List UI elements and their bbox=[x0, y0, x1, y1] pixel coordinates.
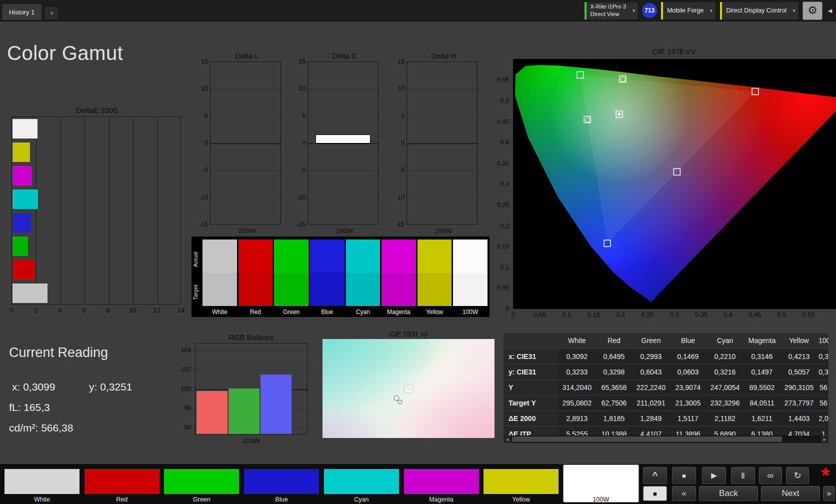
delta-c-ylabels: 151050-5-10-15 bbox=[292, 62, 308, 224]
pattern-label: 100W bbox=[564, 496, 638, 503]
table-row: Target Y295,080262,7506211,029121,300523… bbox=[504, 395, 828, 410]
back-button[interactable]: Back bbox=[699, 486, 758, 501]
delta-h-chart-title: Delta H bbox=[408, 52, 480, 60]
target-swatch bbox=[382, 273, 416, 306]
rgb-bar-red bbox=[196, 391, 228, 434]
refresh-button[interactable]: ↻ bbox=[786, 467, 809, 484]
delta-c-ytick-label: -15 bbox=[296, 221, 306, 228]
target-swatch bbox=[274, 273, 308, 306]
up-chevron-button[interactable]: ^ bbox=[643, 467, 667, 484]
scrollbar-thumb[interactable] bbox=[512, 436, 782, 442]
delta-c-ytick-label: 15 bbox=[298, 58, 306, 65]
target-row-label: Target bbox=[192, 276, 202, 309]
cie1976-ytick-label: 0,2 bbox=[500, 222, 509, 230]
swatch-label: Red bbox=[238, 306, 273, 316]
chevron-down-icon[interactable]: ▾ bbox=[632, 8, 636, 14]
scrollbar-track[interactable] bbox=[511, 436, 821, 443]
cie1976-diagram bbox=[513, 59, 836, 309]
cie1976-xtick-label: 0,05 bbox=[534, 311, 546, 318]
pause-button[interactable]: Ⅱ bbox=[731, 467, 755, 484]
cie1976-ytick-label: 0,3 bbox=[500, 180, 509, 188]
pattern-button-green[interactable]: Green bbox=[164, 465, 239, 503]
cie1976-xtick-label: 0,4 bbox=[724, 311, 732, 318]
chevron-down-icon[interactable]: ▾ bbox=[792, 8, 796, 14]
scroll-left-arrow-icon[interactable]: ◄ bbox=[504, 436, 511, 443]
pattern-button-red[interactable]: Red bbox=[84, 465, 160, 503]
rgb-bar-blue bbox=[260, 374, 292, 434]
cie1976-plot: Gamut Coverage: 99,9% bbox=[513, 59, 836, 309]
table-row: Y314,204065,3658222,224023,9074247,00548… bbox=[504, 380, 828, 395]
deltae-gridline bbox=[158, 117, 158, 304]
results-table: WhiteRedGreenBlueCyanMagentaYellow100Wx:… bbox=[504, 333, 828, 442]
deltae-xtick-label: 0 bbox=[10, 306, 13, 314]
delta-c-chart-title: Delta C bbox=[308, 52, 380, 60]
read-flag-button[interactable]: * bbox=[815, 464, 836, 487]
cie1931-chart-title: CIE 1931 xy bbox=[322, 330, 494, 338]
pattern-button-cyan[interactable]: Cyan bbox=[324, 465, 399, 503]
cie1976-chart-title: CIE 1976 u'v' bbox=[513, 47, 836, 56]
pattern-swatch bbox=[484, 469, 558, 494]
pattern-button-white[interactable]: White bbox=[4, 465, 80, 503]
deltae-bar-cyan bbox=[12, 190, 38, 209]
table-cell: 0,6495 bbox=[596, 348, 632, 364]
column-header-red: Red bbox=[596, 333, 632, 348]
cie1931-plot bbox=[322, 339, 494, 438]
skip-back-button[interactable]: « bbox=[672, 486, 696, 501]
table-horizontal-scrollbar[interactable]: ◄ ► bbox=[504, 436, 828, 443]
skip-forward-button[interactable]: » bbox=[823, 486, 835, 501]
settings-button[interactable]: ⚙ bbox=[802, 2, 822, 20]
delta-h-gridline bbox=[407, 144, 477, 144]
left-triangle-icon: ◀ bbox=[828, 8, 832, 14]
rgb-balance-ylabels: 1041021009896 bbox=[176, 343, 193, 434]
delta-l-chart-title: Delta L bbox=[211, 52, 283, 60]
continuous-button[interactable]: ∞ bbox=[759, 467, 782, 484]
source-name: Mobile Forge bbox=[667, 7, 704, 14]
delta-c-gridline bbox=[308, 89, 378, 90]
stop-button[interactable]: ■ bbox=[672, 467, 696, 484]
pattern-button-100w[interactable]: 100W bbox=[564, 465, 638, 502]
play-icon: ▶ bbox=[711, 471, 717, 480]
swatch-column-100w: 100W bbox=[453, 240, 488, 317]
pattern-button-yellow[interactable]: Yellow bbox=[484, 465, 558, 503]
meter-selector[interactable]: X-Rite i1Pro 3 Direct View ▾ bbox=[584, 2, 639, 20]
delta-h-xlabel: 100W bbox=[408, 227, 480, 234]
delta-l-ytick-label: -10 bbox=[199, 194, 208, 201]
deltae-gridline bbox=[60, 117, 61, 304]
cie1976-ytick-label: 0,55 bbox=[497, 76, 509, 84]
double-left-chevron-icon: « bbox=[682, 488, 686, 498]
swatch-column-blue: Blue bbox=[310, 240, 344, 317]
gear-icon: ⚙ bbox=[808, 4, 818, 17]
delta-h-ytick-label: -10 bbox=[396, 194, 404, 201]
cie1976-ytick-label: 0,15 bbox=[497, 243, 509, 250]
rgb-gridline bbox=[196, 350, 307, 351]
delta-l-ytick-label: 0 bbox=[204, 140, 208, 146]
display-control-selector[interactable]: Direct Display Control ▾ bbox=[720, 2, 799, 20]
up-chevron-icon: ^ bbox=[652, 470, 658, 481]
source-selector[interactable]: Mobile Forge ▾ bbox=[660, 2, 716, 20]
tab-history-1[interactable]: History 1 bbox=[2, 4, 42, 20]
table-row: y: CIE310,32330,32980,60430,06030,32160,… bbox=[504, 364, 828, 380]
play-button[interactable]: ▶ bbox=[702, 467, 726, 484]
delta-h-gridline bbox=[407, 89, 477, 90]
pattern-window-button[interactable]: ■ bbox=[643, 486, 667, 501]
table-cell: 2,1182 bbox=[706, 410, 744, 426]
actual-swatch bbox=[238, 240, 273, 273]
target-swatch bbox=[346, 273, 380, 306]
pattern-button-magenta[interactable]: Magenta bbox=[404, 465, 479, 503]
collapse-panel-button[interactable]: ◀ bbox=[826, 2, 834, 20]
column-header-white: White bbox=[558, 333, 596, 348]
deltae2000-chart: DeltaE 2000 02468101214 bbox=[12, 106, 182, 314]
scroll-right-arrow-icon[interactable]: ► bbox=[821, 436, 828, 443]
table-cell: 56 bbox=[818, 395, 828, 410]
swatch-label: White bbox=[202, 306, 237, 316]
actual-swatch bbox=[382, 240, 416, 273]
pattern-button-blue[interactable]: Blue bbox=[244, 465, 319, 503]
chevron-down-icon[interactable]: ▾ bbox=[710, 8, 713, 14]
pattern-label: White bbox=[4, 496, 80, 503]
table-cell: 1,5117 bbox=[670, 410, 706, 426]
add-tab-button[interactable]: + bbox=[45, 7, 58, 19]
next-button[interactable]: Next bbox=[761, 486, 820, 501]
actual-swatch bbox=[310, 240, 344, 273]
swatch-column-magenta: Magenta bbox=[382, 240, 416, 317]
rgb-balance-xlabel: 100W bbox=[195, 437, 308, 444]
